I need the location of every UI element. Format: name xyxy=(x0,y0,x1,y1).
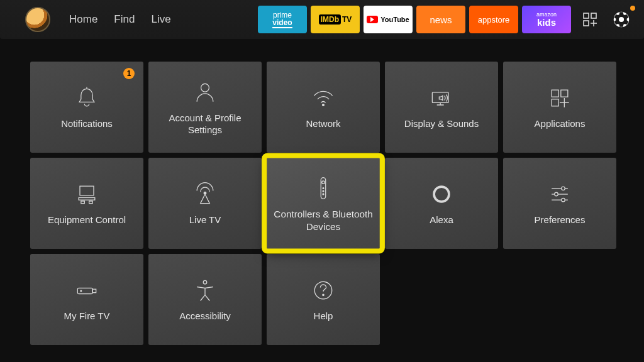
display-sound-icon xyxy=(428,84,455,112)
svg-rect-31 xyxy=(77,288,92,293)
tile-my-fire-tv[interactable]: My Fire TV xyxy=(30,254,143,345)
app-youtube[interactable]: YouTube xyxy=(364,6,413,33)
tile-equipment-control[interactable]: Equipment Control xyxy=(30,158,143,249)
help-icon xyxy=(309,277,337,304)
apps-icon xyxy=(546,84,574,112)
tile-alexa[interactable]: Alexa xyxy=(385,158,498,249)
firetv-stick-icon xyxy=(73,277,101,304)
svg-rect-16 xyxy=(81,201,85,204)
tile-help[interactable]: Help xyxy=(267,254,380,345)
app-label: YouTube xyxy=(380,16,409,23)
accessibility-icon xyxy=(191,277,219,304)
nav-home[interactable]: Home xyxy=(69,13,97,26)
youtube-play-icon xyxy=(367,16,378,23)
app-prime-video[interactable]: prime video xyxy=(258,6,307,33)
tile-label: Live TV xyxy=(189,214,221,226)
tile-label: My Fire TV xyxy=(64,310,109,322)
sliders-icon xyxy=(546,180,574,208)
svg-rect-1 xyxy=(591,13,596,18)
svg-rect-0 xyxy=(584,13,589,18)
apps-grid-icon xyxy=(582,12,597,27)
settings-button[interactable] xyxy=(609,7,634,32)
svg-point-7 xyxy=(323,104,325,106)
app-label: news xyxy=(430,14,452,25)
svg-point-23 xyxy=(323,194,324,195)
svg-point-22 xyxy=(323,190,324,192)
person-icon xyxy=(191,79,219,106)
nav-links: Home Find Live xyxy=(69,13,171,26)
tile-label: Account & Profile Settings xyxy=(153,112,257,136)
svg-point-20 xyxy=(322,181,325,184)
tile-display-sounds[interactable]: Display & Sounds xyxy=(385,62,498,153)
svg-rect-11 xyxy=(552,99,558,106)
svg-rect-2 xyxy=(584,21,589,26)
settings-grid: 1 Notifications Account & Profile Settin… xyxy=(0,39,644,345)
app-label: kids xyxy=(537,18,556,27)
app-label: appstore xyxy=(478,15,510,25)
tile-accessibility[interactable]: Accessibility xyxy=(148,254,262,345)
tile-label: Help xyxy=(314,310,333,322)
equipment-icon xyxy=(73,180,101,208)
tile-applications[interactable]: Applications xyxy=(503,62,616,153)
tile-label: Alexa xyxy=(430,214,453,226)
svg-point-33 xyxy=(80,290,82,292)
profile-avatar[interactable] xyxy=(25,7,50,32)
bell-icon xyxy=(73,84,101,112)
alexa-ring-icon xyxy=(428,180,455,208)
nav-find[interactable]: Find xyxy=(114,13,135,26)
app-news[interactable]: news xyxy=(416,6,465,33)
apps-grid-button[interactable] xyxy=(577,7,602,32)
app-label: IMDbTV xyxy=(319,16,352,23)
tile-preferences[interactable]: Preferences xyxy=(503,158,616,249)
svg-rect-10 xyxy=(561,90,568,97)
tile-label: Applications xyxy=(535,118,586,130)
svg-rect-9 xyxy=(552,90,558,97)
tile-label: Preferences xyxy=(535,214,586,226)
svg-point-28 xyxy=(555,192,558,196)
svg-point-21 xyxy=(323,187,324,189)
tile-notifications[interactable]: 1 Notifications xyxy=(30,62,143,153)
tile-label: Display & Sounds xyxy=(404,118,479,130)
svg-point-36 xyxy=(323,294,324,295)
tile-controllers-bluetooth[interactable]: Controllers & Bluetooth Devices xyxy=(265,157,381,250)
svg-point-34 xyxy=(203,281,207,285)
app-shortcuts: prime video IMDbTV YouTube news appstore… xyxy=(258,6,634,33)
svg-rect-32 xyxy=(92,289,96,293)
tile-label: Network xyxy=(306,118,340,130)
svg-rect-14 xyxy=(80,186,94,195)
antenna-icon xyxy=(191,180,219,208)
tile-label: Equipment Control xyxy=(48,214,126,226)
svg-rect-15 xyxy=(79,198,95,200)
nav-live[interactable]: Live xyxy=(151,13,170,26)
svg-point-6 xyxy=(201,84,209,92)
tile-label: Notifications xyxy=(61,118,113,130)
app-imdb-tv[interactable]: IMDbTV xyxy=(311,6,360,33)
tile-network[interactable]: Network xyxy=(267,62,380,153)
svg-rect-17 xyxy=(89,201,93,204)
top-nav-bar: Home Find Live prime video IMDbTV YouTub… xyxy=(0,0,644,39)
app-amazon-kids[interactable]: amazon kids xyxy=(522,6,571,33)
tile-label: Controllers & Bluetooth Devices xyxy=(270,209,375,233)
app-label: prime xyxy=(273,11,292,19)
tile-account-profile[interactable]: Account & Profile Settings xyxy=(148,62,262,153)
svg-point-30 xyxy=(562,199,565,202)
remote-icon xyxy=(309,174,338,202)
svg-point-26 xyxy=(562,187,565,190)
tile-label: Accessibility xyxy=(179,310,231,322)
svg-point-24 xyxy=(434,187,449,202)
gear-icon xyxy=(613,11,630,28)
app-label: video xyxy=(272,19,292,28)
wifi-icon xyxy=(309,84,337,112)
settings-notification-dot xyxy=(630,6,635,11)
tile-live-tv[interactable]: Live TV xyxy=(148,158,262,249)
notifications-badge: 1 xyxy=(123,68,135,79)
app-appstore[interactable]: appstore xyxy=(469,6,518,33)
